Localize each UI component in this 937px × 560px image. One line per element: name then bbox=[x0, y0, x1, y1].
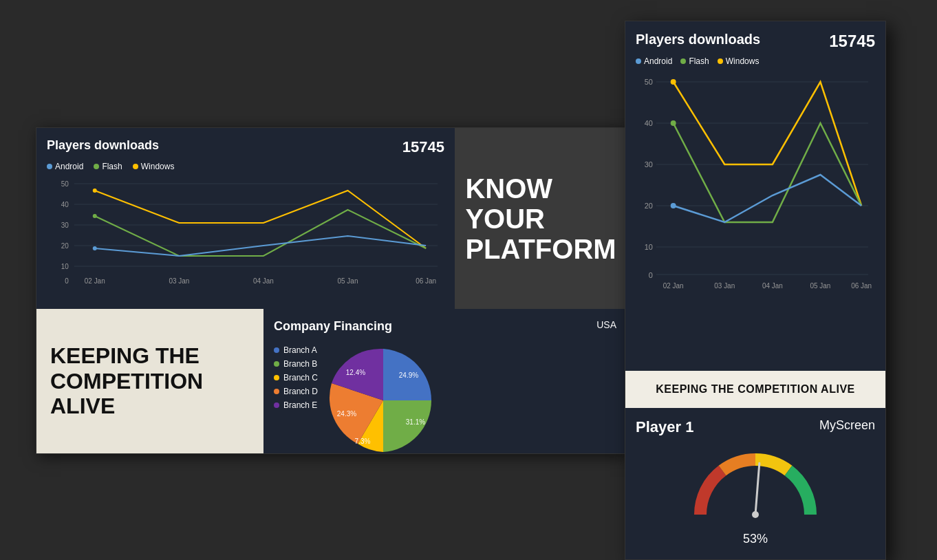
right-chart-header: Players downloads 15745 bbox=[636, 32, 875, 51]
right-chart-value: 15745 bbox=[829, 32, 875, 51]
main-chart-area: Players downloads 15745 Android Flash Wi… bbox=[36, 128, 455, 309]
android-label: Android bbox=[55, 162, 83, 171]
financing-region: USA bbox=[596, 319, 616, 334]
branch-a-dot bbox=[274, 347, 279, 353]
branch-e-dot bbox=[274, 402, 279, 408]
main-line-chart: 50 40 30 20 10 0 02 Jan 03 Jan 04 Jan 05… bbox=[47, 177, 444, 287]
legend-windows: Windows bbox=[133, 162, 175, 171]
right-legend-android: Android bbox=[636, 56, 672, 66]
svg-text:05 Jan: 05 Jan bbox=[810, 282, 831, 290]
branch-a-item: Branch A bbox=[274, 345, 318, 355]
svg-point-43 bbox=[671, 203, 676, 208]
svg-text:0: 0 bbox=[649, 271, 653, 279]
svg-text:30: 30 bbox=[645, 160, 653, 169]
branch-legend: Branch A Branch B Branch C Branch D bbox=[274, 342, 318, 459]
right-card: Players downloads 15745 Android Flash Wi… bbox=[625, 21, 886, 560]
svg-text:50: 50 bbox=[645, 78, 653, 86]
svg-text:02 Jan: 02 Jan bbox=[85, 277, 105, 285]
svg-point-41 bbox=[671, 79, 676, 85]
svg-text:7.3%: 7.3% bbox=[355, 438, 371, 445]
svg-text:04 Jan: 04 Jan bbox=[253, 277, 274, 285]
branch-d-label: Branch D bbox=[283, 387, 318, 396]
financing-content: Branch A Branch B Branch C Branch D bbox=[274, 342, 616, 459]
svg-text:02 Jan: 02 Jan bbox=[663, 282, 684, 290]
svg-text:10: 10 bbox=[645, 243, 653, 251]
svg-text:20: 20 bbox=[61, 242, 69, 250]
branch-a-label: Branch A bbox=[283, 345, 317, 355]
know-platform-text: KNOW YOUR PLATFORM bbox=[465, 173, 616, 264]
right-legend: Android Flash Windows bbox=[636, 56, 875, 66]
main-chart-header: Players downloads 15745 bbox=[47, 138, 444, 156]
svg-text:10: 10 bbox=[61, 263, 69, 270]
financing-section: Company Financing USA Branch A Branch B bbox=[263, 309, 627, 453]
svg-text:05 Jan: 05 Jan bbox=[338, 277, 358, 285]
branch-b-label: Branch B bbox=[283, 359, 317, 369]
windows-label: Windows bbox=[141, 162, 175, 171]
svg-text:31.1%: 31.1% bbox=[406, 418, 425, 426]
main-chart-value: 15745 bbox=[402, 138, 444, 156]
branch-b-item: Branch B bbox=[274, 359, 318, 369]
svg-point-16 bbox=[93, 189, 97, 193]
main-chart-title: Players downloads bbox=[47, 138, 159, 153]
main-chart-legend: Android Flash Windows bbox=[47, 162, 444, 171]
android-dot bbox=[47, 164, 52, 169]
branch-e-label: Branch E bbox=[283, 400, 317, 410]
right-line-chart: 50 40 30 20 10 0 02 Jan 03 Jan 04 Jan 05… bbox=[636, 72, 875, 292]
right-windows-dot bbox=[718, 58, 723, 64]
financing-header: Company Financing USA bbox=[274, 319, 616, 334]
svg-point-42 bbox=[671, 120, 676, 126]
financing-title: Company Financing bbox=[274, 319, 392, 334]
svg-text:0: 0 bbox=[65, 277, 69, 285]
keeping-text: KEEPING THE COMPETITION ALIVE bbox=[50, 343, 250, 419]
svg-text:03 Jan: 03 Jan bbox=[714, 282, 735, 290]
top-section: Players downloads 15745 Android Flash Wi… bbox=[36, 128, 627, 309]
player-title: Player 1 bbox=[636, 418, 693, 436]
pie-chart: 24.9% 31.1% 7.3% 24.3% 12.4% bbox=[325, 342, 442, 459]
svg-text:24.9%: 24.9% bbox=[399, 371, 418, 379]
main-card: Players downloads 15745 Android Flash Wi… bbox=[36, 127, 627, 454]
right-chart-area: Players downloads 15745 Android Flash Wi… bbox=[625, 21, 885, 371]
right-keeping-text: KEEPING THE COMPETITION ALIVE bbox=[638, 383, 873, 396]
svg-text:40: 40 bbox=[645, 119, 653, 127]
right-windows-label: Windows bbox=[726, 56, 760, 66]
player-header: Player 1 MyScreen bbox=[636, 418, 875, 436]
svg-point-17 bbox=[93, 214, 97, 218]
right-keeping-section: KEEPING THE COMPETITION ALIVE bbox=[625, 371, 885, 408]
svg-text:30: 30 bbox=[61, 222, 69, 229]
right-android-label: Android bbox=[644, 56, 672, 66]
svg-text:20: 20 bbox=[645, 202, 653, 210]
svg-text:50: 50 bbox=[61, 180, 69, 188]
know-platform-section: KNOW YOUR PLATFORM bbox=[455, 128, 627, 309]
right-flash-dot bbox=[680, 58, 686, 64]
branch-c-dot bbox=[274, 375, 279, 380]
svg-text:12.4%: 12.4% bbox=[346, 369, 365, 376]
right-legend-windows: Windows bbox=[718, 56, 760, 66]
svg-point-18 bbox=[93, 246, 97, 250]
right-chart-title: Players downloads bbox=[636, 32, 760, 51]
svg-text:06 Jan: 06 Jan bbox=[851, 282, 872, 290]
branch-e-item: Branch E bbox=[274, 400, 318, 410]
svg-line-44 bbox=[754, 463, 761, 515]
legend-android: Android bbox=[47, 162, 83, 171]
branch-c-label: Branch C bbox=[283, 373, 318, 383]
bottom-section: KEEPING THE COMPETITION ALIVE Company Fi… bbox=[36, 309, 627, 453]
gauge-container: 53% bbox=[636, 443, 875, 549]
svg-text:06 Jan: 06 Jan bbox=[416, 277, 436, 285]
flash-dot bbox=[94, 164, 99, 169]
gauge-percent: 53% bbox=[743, 532, 768, 546]
player-section: Player 1 MyScreen 53% bbox=[625, 408, 885, 559]
right-flash-label: Flash bbox=[689, 56, 709, 66]
right-android-dot bbox=[636, 58, 641, 64]
svg-text:04 Jan: 04 Jan bbox=[762, 282, 783, 290]
flash-label: Flash bbox=[102, 162, 122, 171]
windows-dot bbox=[133, 164, 138, 169]
right-legend-flash: Flash bbox=[680, 56, 709, 66]
svg-point-45 bbox=[752, 511, 759, 518]
keeping-section: KEEPING THE COMPETITION ALIVE bbox=[36, 309, 263, 453]
myscreen-label: MyScreen bbox=[819, 418, 875, 433]
branch-d-dot bbox=[274, 389, 279, 394]
branch-c-item: Branch C bbox=[274, 373, 318, 383]
svg-text:03 Jan: 03 Jan bbox=[169, 277, 189, 285]
branch-b-dot bbox=[274, 361, 279, 367]
svg-text:24.3%: 24.3% bbox=[337, 410, 356, 418]
